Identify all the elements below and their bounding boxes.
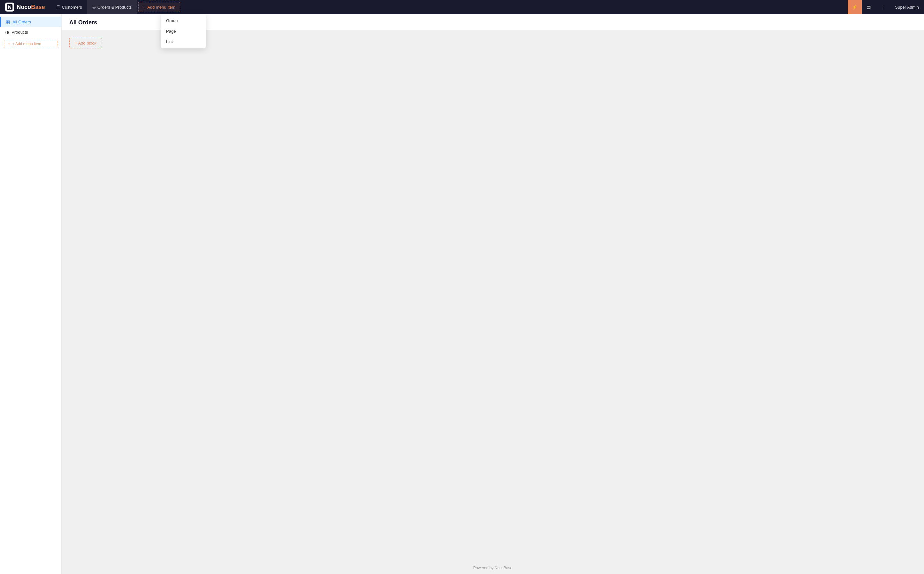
group-label: Group (166, 18, 178, 23)
link-label: Link (166, 39, 174, 44)
dropdown-overlay[interactable] (0, 0, 924, 574)
dropdown-item-group[interactable]: Group (161, 16, 206, 26)
dropdown-item-link[interactable]: Link (161, 36, 206, 47)
dropdown-item-page[interactable]: Page (161, 26, 206, 36)
page-label: Page (166, 29, 176, 34)
dropdown-menu: Group Page Link (161, 14, 206, 48)
